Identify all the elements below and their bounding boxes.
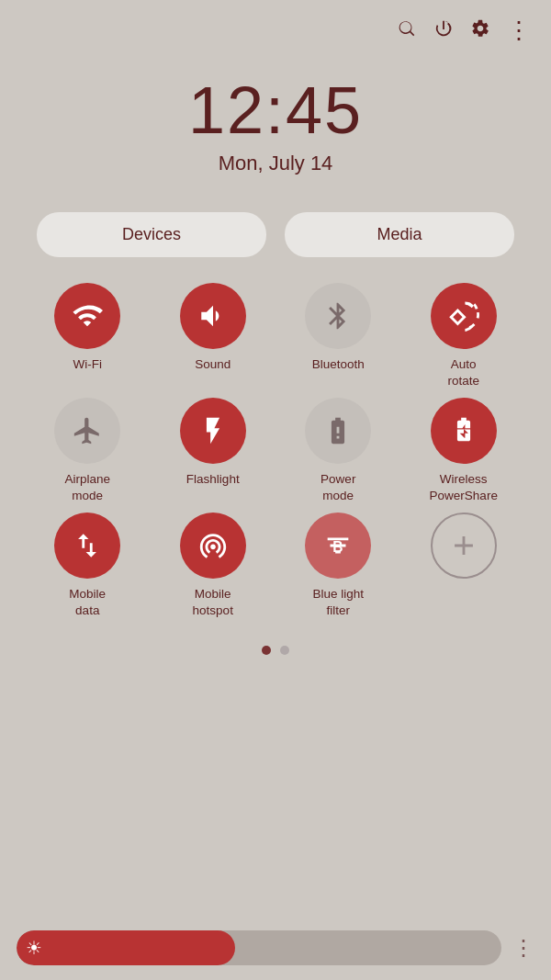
wifi-label: Wi-Fi [73, 356, 102, 373]
qs-item-powermode[interactable]: Powermode [278, 398, 399, 503]
hotspot-icon-circle [180, 513, 246, 579]
bluelight-label: Blue lightfilter [312, 586, 364, 618]
wifi-icon-circle [54, 283, 120, 349]
qs-item-flashlight[interactable]: Flashlight [153, 398, 274, 503]
brightness-track[interactable]: ☀ [17, 930, 501, 965]
qs-item-add[interactable] [404, 513, 524, 618]
brightness-sun-icon: ☀ [26, 937, 42, 959]
airplane-icon-circle [54, 398, 120, 464]
pagination-dot-1 [280, 646, 289, 655]
autorotate-label: Autorotate [447, 356, 479, 389]
mobiledata-label: Mobiledata [69, 586, 106, 618]
bluetooth-label: Bluetooth [312, 356, 365, 373]
mobiledata-icon-circle [54, 513, 120, 579]
top-bar: ⋮ [0, 0, 551, 45]
qs-item-autorotate[interactable]: Autorotate [404, 283, 524, 389]
qs-item-wifi[interactable]: Wi-Fi [28, 283, 148, 389]
qs-item-sound[interactable]: Sound [153, 283, 274, 389]
clock-time: 12:45 [188, 73, 363, 148]
bluetooth-icon-circle [305, 283, 371, 349]
add-icon-circle [431, 513, 497, 579]
qs-item-wireless[interactable]: WirelessPowerShare [404, 398, 524, 503]
wireless-icon-circle [431, 398, 497, 464]
qs-item-hotspot[interactable]: Mobilehotspot [153, 513, 274, 618]
devices-button[interactable]: Devices [37, 212, 266, 257]
pagination [0, 646, 551, 655]
flashlight-label: Flashlight [186, 471, 240, 488]
autorotate-icon-circle [431, 283, 497, 349]
brightness-bar-container: ☀ ⋮ [0, 919, 551, 980]
qs-item-bluelight[interactable]: B Blue lightfilter [278, 513, 399, 618]
airplane-label: Airplanemode [64, 471, 110, 503]
power-icon[interactable] [433, 18, 454, 44]
clock-section: 12:45 Mon, July 14 [0, 73, 551, 175]
powermode-icon-circle [305, 398, 371, 464]
qs-item-mobiledata[interactable]: Mobiledata [28, 513, 148, 618]
bluelight-icon-circle: B [305, 513, 371, 579]
quick-settings-grid: Wi-Fi Sound Bluetooth Autorotate Airplan… [0, 257, 551, 618]
qs-item-bluetooth[interactable]: Bluetooth [278, 283, 399, 389]
sound-label: Sound [195, 356, 231, 373]
clock-date: Mon, July 14 [219, 152, 333, 175]
more-icon[interactable]: ⋮ [507, 17, 531, 45]
flashlight-icon-circle [180, 398, 246, 464]
search-icon[interactable] [397, 18, 417, 44]
media-button[interactable]: Media [285, 212, 514, 257]
svg-text:B: B [333, 539, 343, 555]
brightness-more-icon[interactable]: ⋮ [512, 935, 534, 961]
pagination-dot-0 [262, 646, 271, 655]
hotspot-label: Mobilehotspot [193, 586, 233, 618]
powermode-label: Powermode [320, 471, 355, 503]
sound-icon-circle [180, 283, 246, 349]
brightness-fill [17, 930, 235, 965]
wireless-label: WirelessPowerShare [430, 471, 498, 503]
qs-item-airplane[interactable]: Airplanemode [28, 398, 148, 503]
device-media-row: Devices Media [0, 212, 551, 257]
settings-icon[interactable] [470, 18, 490, 44]
